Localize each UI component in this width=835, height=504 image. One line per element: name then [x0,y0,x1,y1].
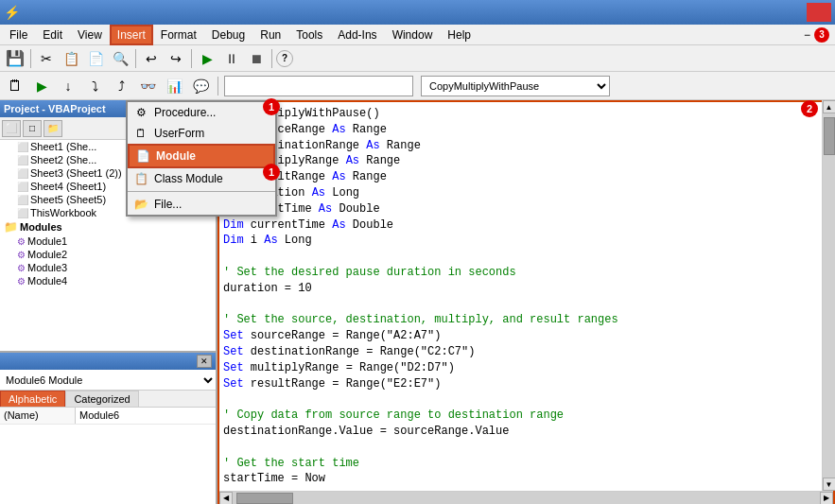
toolbar2-immediate-btn[interactable]: 💬 [189,75,212,97]
toolbar-paste-btn[interactable]: 📄 [84,47,107,70]
hscroll-left-btn[interactable]: ◀ [219,492,233,504]
project-view-code-btn[interactable]: ⬜ [2,120,21,137]
props-title-bar: ✕ [0,353,216,370]
vscroll-track[interactable] [823,113,836,478]
module2-label: Module2 [27,249,67,260]
sheet4-label: Sheet4 (Sheet1) [30,181,106,192]
project-title: Project - VBAProject [4,103,106,114]
code-line-18: Set resultRange = Range("E2:E7") [223,376,829,392]
menu-file[interactable]: File [2,25,35,45]
menu-format[interactable]: Format [153,25,204,45]
toolbar-redo-btn[interactable]: ↪ [165,47,187,70]
menu-addins[interactable]: Add-Ins [330,25,384,45]
toolbar-undo-btn[interactable]: ↩ [140,47,163,70]
sep2 [135,49,136,68]
sheet3-icon: ⬜ [17,168,28,179]
menu-insert[interactable]: Insert [110,25,153,45]
menu-item-userform[interactable]: 🗒 UserForm [128,123,275,144]
menu-help[interactable]: Help [440,25,478,45]
menu-item-procedure[interactable]: ⚙ Procedure... [128,102,275,123]
props-value-col: Module6 [76,408,216,424]
toolbar-run-btn[interactable]: ▶ [196,47,218,70]
toolbar2-run2-btn[interactable]: ▶ [30,75,53,97]
toolbar2-over-btn[interactable]: ⤵ [83,75,106,97]
sheet1-label: Sheet1 (She... [30,141,96,152]
toolbar2-watch-btn[interactable]: 👓 [136,75,159,97]
toolbar-save-btn[interactable]: 💾 [4,47,26,70]
toolbar-cut-btn[interactable]: ✂ [35,47,58,70]
procedure-dropdown[interactable]: CopyMultiplyWithPause [421,76,610,96]
minimize-editor-btn[interactable]: − [804,28,810,42]
tree-modules-folder[interactable]: 📁 Modules [0,219,216,235]
tree-module3[interactable]: ⚙ Module3 [0,261,216,274]
props-close-btn[interactable]: ✕ [197,355,212,368]
toolbar2-step-btn[interactable]: ↓ [57,75,79,97]
menu-separator [128,191,275,192]
hscroll-right-btn[interactable]: ▶ [820,492,833,504]
props-tab-alphabetic[interactable]: Alphabetic [0,391,65,407]
menu-view[interactable]: View [70,25,110,45]
props-tabs: Alphabetic Categorized [0,391,216,408]
code-line-1: CopyMultiplyWithPause() [223,106,829,122]
code-line-7: Dim startTime As Double [223,201,829,217]
vscroll-up-btn[interactable]: ▲ [823,100,836,113]
code-line-21: destinationRange.Value = sourceRange.Val… [223,424,829,440]
menu-window[interactable]: Window [385,25,441,45]
minimize-button[interactable] [757,3,782,22]
code-panel: CopyMultiplyWithPause() Dim sourceRange … [217,100,835,504]
menu-debug[interactable]: Debug [204,25,252,45]
props-dropdown[interactable]: Module6 Module [0,370,216,391]
project-toggle-btn[interactable]: 📁 [43,120,62,137]
toolbar2-locals-btn[interactable]: 📊 [163,75,185,97]
code-area[interactable]: CopyMultiplyWithPause() Dim sourceRange … [219,102,833,491]
menu-item-module[interactable]: 📄 Module [128,144,275,168]
toolbar2-out-btn[interactable]: ⤴ [110,75,132,97]
toolbar2-view-btn[interactable]: 🗒 [4,75,26,97]
props-content: (Name) Module6 [0,408,216,504]
code-line-12: duration = 10 [223,281,829,297]
procedure-icon: ⚙ [131,105,150,120]
annotation-3-marker: 3 [814,27,829,43]
close-button[interactable] [807,3,831,22]
maximize-button[interactable] [782,3,807,22]
modules-folder-icon: 📁 [4,220,18,234]
title-bar: ⚡ [0,0,835,25]
code-line-15: Set sourceRange = Range("A2:A7") [223,328,829,344]
menu-run[interactable]: Run [252,25,288,45]
menu-item-classmodule[interactable]: 📋 Class Module [128,168,275,189]
module-icon: 📄 [133,148,152,164]
sheet2-label: Sheet2 (She... [30,154,96,165]
tree-module2[interactable]: ⚙ Module2 [0,248,216,261]
module1-label: Module1 [27,235,67,247]
workbook-icon: ⬜ [17,208,28,218]
toolbar-break-btn[interactable]: ⏸ [220,47,243,70]
toolbar-help-btn[interactable]: ? [276,50,293,67]
module2-icon: ⚙ [17,250,26,260]
props-tab-categorized[interactable]: Categorized [65,391,138,407]
toolbar-copy-btn[interactable]: 📋 [60,47,82,70]
menu-item-file-label: File... [154,198,182,211]
modules-label: Modules [20,221,62,233]
file-icon: 📂 [131,197,150,212]
code-line-17: Set multiplyRange = Range("D2:D7") [223,360,829,376]
menu-tools[interactable]: Tools [288,25,330,45]
hscroll-thumb[interactable] [236,493,293,504]
code-line-22 [223,440,829,456]
project-view-object-btn[interactable]: □ [23,120,42,137]
toolbar-find-btn[interactable]: 🔍 [109,47,131,70]
menu-item-file[interactable]: 📂 File... [128,194,275,215]
sheet3-label: Sheet3 (Sheet1 (2)) [30,167,122,179]
sep3 [191,49,192,68]
workbook-label: ThisWorkbook [30,207,96,218]
code-line-13 [223,297,829,313]
tree-module1[interactable]: ⚙ Module1 [0,235,216,248]
vscroll-thumb[interactable] [824,117,835,155]
menu-edit[interactable]: Edit [35,25,70,45]
hscroll-track[interactable] [233,492,820,504]
code-line-4: Dim multiplyRange As Range [223,153,829,169]
sep5 [217,77,218,96]
toolbar-reset-btn[interactable]: ⏹ [245,47,268,70]
module4-label: Module4 [27,275,67,287]
vscroll-down-btn[interactable]: ▼ [823,478,836,491]
tree-module4[interactable]: ⚙ Module4 [0,274,216,287]
